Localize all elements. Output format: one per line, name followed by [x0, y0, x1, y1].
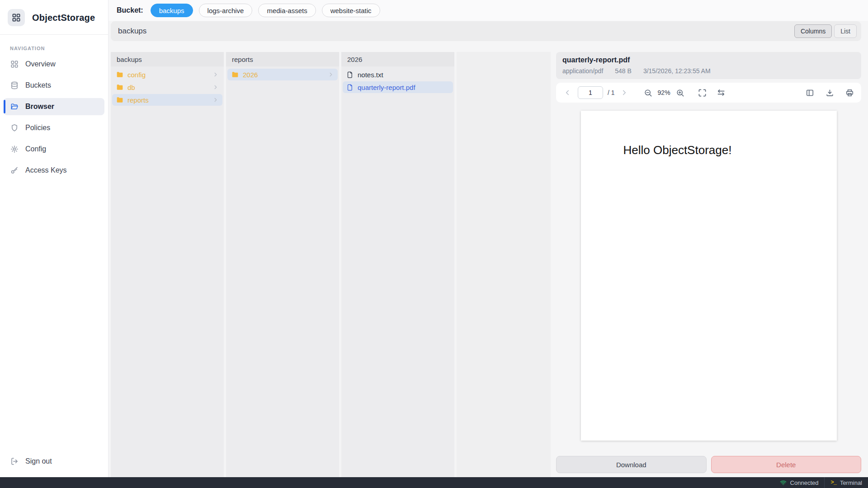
file-pdf-icon: [347, 84, 354, 91]
main-area: Bucket: backups logs-archive media-asset…: [108, 0, 868, 477]
sidebar-toggle-icon[interactable]: [806, 89, 814, 97]
bucket-pill-media-assets[interactable]: media-assets: [258, 4, 316, 17]
folder-name: db: [127, 84, 135, 91]
chevron-right-icon: [212, 71, 219, 78]
prev-page-button[interactable]: [563, 89, 571, 97]
folder-icon: [116, 96, 123, 103]
content-area: backups config db: [111, 52, 861, 477]
chevron-right-icon: [328, 71, 334, 78]
bucket-pill-website-static[interactable]: website-static: [322, 4, 380, 17]
sidebar-item-label: Policies: [25, 124, 50, 132]
folder-row-reports[interactable]: reports: [112, 94, 222, 106]
sign-out-icon: [10, 457, 19, 465]
sidebar-spacer: [0, 179, 108, 453]
folder-row-config[interactable]: config: [112, 69, 222, 80]
bucket-bar-label: Bucket:: [117, 6, 143, 14]
bucket-pill-logs-archive[interactable]: logs-archive: [199, 4, 253, 17]
chevron-right-icon: [212, 97, 219, 103]
preview-actions: Download Delete: [556, 456, 861, 473]
file-row-notes-txt[interactable]: notes.txt: [343, 69, 453, 80]
download-icon[interactable]: [826, 89, 834, 97]
sidebar-item-buckets[interactable]: Buckets: [4, 77, 104, 94]
sidebar-item-label: Access Keys: [25, 166, 67, 174]
page-number-input[interactable]: [578, 86, 603, 99]
folder-name: reports: [127, 96, 149, 104]
zoom-in-icon[interactable]: [676, 89, 684, 97]
file-column-reports: reports 2026: [226, 52, 339, 477]
column-body: 2026: [226, 66, 339, 83]
sidebar-item-browser[interactable]: Browser: [4, 98, 104, 115]
folder-icon: [116, 84, 123, 91]
file-mime-type: application/pdf: [562, 67, 603, 75]
bucket-icon: [10, 81, 19, 89]
sidebar-item-policies[interactable]: Policies: [4, 119, 104, 136]
column-header: 2026: [341, 52, 454, 66]
grid-icon: [10, 60, 19, 68]
bucket-bar: Bucket: backups logs-archive media-asset…: [108, 0, 868, 21]
list-view-button[interactable]: List: [834, 24, 857, 38]
folder-icon: [116, 71, 123, 78]
terminal-status[interactable]: >_ Terminal: [825, 477, 868, 488]
folder-icon: [231, 71, 239, 78]
sign-out-label: Sign out: [25, 457, 52, 465]
file-name: quarterly-report.pdf: [358, 84, 415, 91]
sidebar-item-access-keys[interactable]: Access Keys: [4, 162, 104, 179]
brand: ObjectStorage: [0, 0, 108, 35]
sidebar-item-label: Buckets: [25, 81, 51, 89]
file-icon: [347, 71, 354, 78]
chevron-right-icon: [212, 84, 219, 90]
file-column-2026: 2026 notes.txt quarterly-report.pdf: [341, 52, 454, 477]
pdf-viewer[interactable]: Hello ObjectStorage!: [556, 103, 861, 456]
preview-panel: quarterly-report.pdf application/pdf 548…: [556, 52, 861, 477]
column-body: notes.txt quarterly-report.pdf: [341, 66, 454, 95]
preview-header: quarterly-report.pdf application/pdf 548…: [556, 52, 861, 79]
connection-status: Connected: [774, 477, 825, 488]
sidebar-item-label: Config: [25, 145, 46, 153]
sidebar-item-config[interactable]: Config: [4, 141, 104, 158]
folder-name: 2026: [243, 71, 258, 79]
path-bar: backups Columns List: [111, 21, 861, 41]
shield-icon: [10, 124, 19, 132]
folder-row-db[interactable]: db: [112, 81, 222, 93]
wifi-icon: [780, 480, 787, 486]
columns-empty-area: [457, 52, 551, 477]
folder-row-2026[interactable]: 2026: [227, 69, 338, 80]
breadcrumb: backups: [118, 27, 146, 36]
preview-file-name: quarterly-report.pdf: [562, 56, 855, 64]
zoom-out-icon[interactable]: [644, 89, 652, 97]
preview-file-meta: application/pdf 548 B 3/15/2026, 12:23:5…: [562, 67, 855, 75]
column-header: reports: [226, 52, 339, 66]
sidebar-item-label: Overview: [25, 60, 56, 68]
app-title: ObjectStorage: [32, 13, 95, 23]
folder-open-icon: [10, 103, 19, 111]
bucket-pill-backups[interactable]: backups: [151, 4, 193, 17]
pdf-toolbar: / 1 92%: [556, 83, 861, 103]
print-icon[interactable]: [845, 89, 854, 97]
columns-view-button[interactable]: Columns: [794, 24, 832, 38]
file-name: notes.txt: [358, 71, 383, 79]
gear-icon: [10, 145, 19, 153]
sidebar: ObjectStorage NAVIGATION Overview Bucket…: [0, 0, 108, 477]
sidebar-item-label: Browser: [25, 103, 54, 111]
status-bar: Connected >_ Terminal: [0, 477, 868, 488]
fullscreen-icon[interactable]: [698, 89, 707, 97]
pdf-page: Hello ObjectStorage!: [581, 111, 837, 441]
file-column-backups: backups config db: [111, 52, 224, 477]
swap-horizontal-icon[interactable]: [717, 88, 726, 97]
zoom-level-label: 92%: [658, 89, 670, 96]
next-page-button[interactable]: [620, 89, 628, 97]
terminal-label: Terminal: [840, 479, 862, 486]
connection-label: Connected: [790, 479, 819, 486]
download-button[interactable]: Download: [556, 456, 707, 473]
file-row-quarterly-report-pdf[interactable]: quarterly-report.pdf: [343, 81, 453, 93]
column-header: backups: [111, 52, 224, 66]
page-total-label: / 1: [608, 89, 615, 96]
sidebar-item-overview[interactable]: Overview: [4, 56, 104, 73]
view-toggle: Columns List: [794, 24, 857, 38]
nav-list: Overview Buckets Browser Policies Config…: [0, 56, 108, 179]
nav-section-label: NAVIGATION: [10, 46, 108, 51]
delete-button[interactable]: Delete: [711, 456, 862, 473]
column-body: config db reports: [111, 66, 224, 108]
sign-out-button[interactable]: Sign out: [4, 453, 104, 470]
app-logo-icon: [8, 9, 25, 26]
